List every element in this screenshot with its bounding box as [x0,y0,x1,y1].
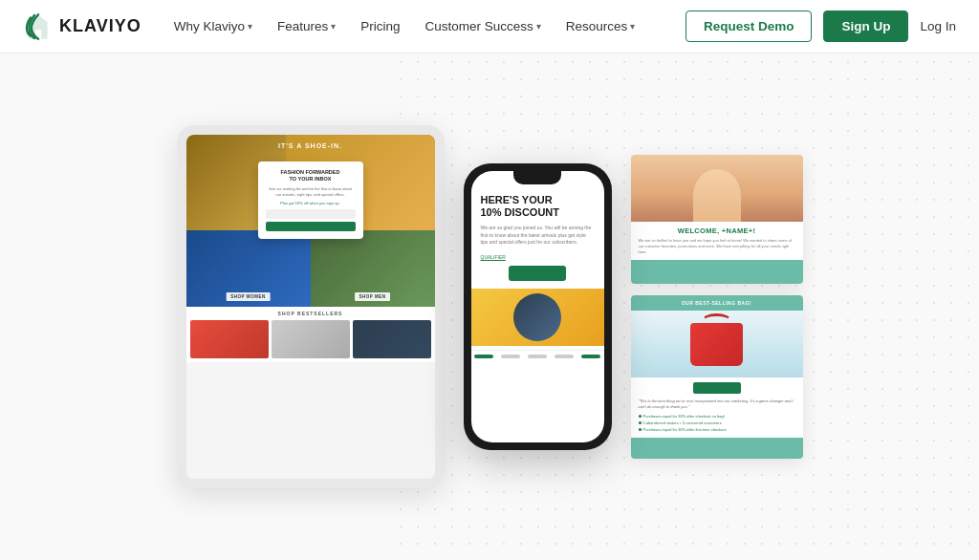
nav-links: Why Klaviyo ▾ Features ▾ Pricing Custome… [164,13,685,39]
card1-body-text: We are so thrilled to have you and we ho… [631,238,803,260]
card2-list-item-1: Purchases equal for 30% after checkout o… [639,414,795,419]
card1-photo [631,155,803,222]
nav-why-klaviyo-label: Why Klaviyo [174,19,245,33]
tablet-product-2 [272,320,350,358]
tablet-product-3 [353,320,431,358]
nav-actions: Request Demo Sign Up Log In [685,11,956,42]
card2-testimonial-quote: "This is the best thing we've ever incor… [631,398,803,414]
nav-customer-success[interactable]: Customer Success ▾ [416,13,551,39]
nav-customer-success-label: Customer Success [425,19,533,33]
card2-list-text-2: 5 abandoned visitors = 5 recovered custo… [643,420,722,425]
email-cards-container: WELCOME, +NAME+! We are so thrilled to h… [631,155,803,459]
bestselling-bag-card: OUR BEST-SELLING BAG! "This is the best … [631,295,803,459]
card1-welcome-title: WELCOME, +NAME+! [631,222,803,238]
tablet-product-grid [190,320,431,358]
card2-list-dot-1 [639,415,642,418]
card2-shop-button [693,382,741,394]
card2-footer [631,438,803,459]
card2-list-item-3: Purchases equal for 30% after first time… [639,427,795,432]
phone-email-qualifier-link: QUALIFIER [481,254,595,260]
card1-person-silhouette [693,169,741,222]
tablet-modal-submit-button [266,222,356,231]
tablet-category-grid: SHOP WOMEN SHOP MEN [186,230,435,307]
phone-email-header: HERE'S YOUR10% DISCOUNT [481,194,595,219]
phone-nav-dot-5 [581,355,600,358]
phone-nav-bar [471,350,604,362]
welcome-email-card: WELCOME, +NAME+! We are so thrilled to h… [631,155,803,284]
tablet-men-label: SHOP MEN [355,292,391,301]
phone-notch [513,171,561,184]
sign-up-button[interactable]: Sign Up [823,11,908,42]
phone-nav-dot-4 [555,355,574,358]
phone-nav-dot-3 [528,355,547,358]
tablet-bestsellers-title: SHOP BESTSELLERS [190,311,431,316]
nav-customer-success-chevron-icon: ▾ [536,21,541,32]
phone-nav-dot-2 [501,355,520,358]
tablet-modal-link: Plus get 10% off when you sign up. [266,201,356,205]
tablet-grid-men: SHOP MEN [311,230,435,307]
card2-list-dot-2 [639,421,642,424]
tablet-women-label: SHOP WOMEN [226,292,271,301]
card2-header: OUR BEST-SELLING BAG! [631,295,803,311]
tablet-device: IT'S A SHOE-IN. FASHION FORWARDEDTO YOUR… [177,125,445,488]
card1-person-photo [631,155,803,222]
tablet-signup-modal: FASHION FORWARDEDTO YOUR INBOX Join our … [258,162,363,239]
tablet-modal-email-input [266,209,356,219]
nav-pricing[interactable]: Pricing [351,13,409,39]
navigation: KLAVIYO Why Klaviyo ▾ Features ▾ Pricing… [0,0,979,54]
main-content: IT'S A SHOE-IN. FASHION FORWARDEDTO YOUR… [0,54,979,560]
nav-pricing-label: Pricing [360,19,400,33]
request-demo-button[interactable]: Request Demo [685,11,813,42]
nav-resources-label: Resources [566,19,628,33]
card2-product-image [631,311,803,377]
tablet-grid-women: SHOP WOMEN [186,230,311,307]
phone-screen: HERE'S YOUR10% DISCOUNT We are so glad y… [471,171,604,442]
phone-shop-now-button [509,266,566,281]
nav-resources-chevron-icon: ▾ [630,21,635,32]
tablet-modal-body: Join our mailing list and be the first t… [266,186,356,197]
card2-benefits-list: Purchases equal for 30% after checkout o… [631,414,803,438]
tablet-screen: IT'S A SHOE-IN. FASHION FORWARDEDTO YOUR… [186,135,435,479]
logo-text: KLAVIYO [59,16,141,36]
nav-features[interactable]: Features ▾ [268,13,345,39]
card1-footer [631,260,803,284]
phone-email-body: We are so glad you joined us. You will b… [481,225,595,247]
nav-features-chevron-icon: ▾ [331,21,336,32]
logo[interactable]: KLAVIYO [23,11,141,42]
phone-product-image [471,289,604,346]
login-button[interactable]: Log In [920,19,956,33]
nav-features-label: Features [277,19,328,33]
nav-why-klaviyo[interactable]: Why Klaviyo ▾ [164,13,262,39]
card2-list-text-3: Purchases equal for 30% after first time… [643,427,727,432]
phone-device: HERE'S YOUR10% DISCOUNT We are so glad y… [464,163,612,450]
card2-bag-image [690,323,743,366]
card2-list-text-1: Purchases equal for 30% after checkout o… [643,414,725,419]
tablet-hero-text: IT'S A SHOE-IN. [278,142,342,149]
card2-list-item-2: 5 abandoned visitors = 5 recovered custo… [639,420,795,425]
devices-showcase: IT'S A SHOE-IN. FASHION FORWARDEDTO YOUR… [158,106,822,507]
phone-product-thumbnail [513,293,561,341]
klaviyo-logo-icon [23,11,54,42]
tablet-modal-title: FASHION FORWARDEDTO YOUR INBOX [266,169,356,183]
nav-resources[interactable]: Resources ▾ [556,13,645,39]
phone-email-content: HERE'S YOUR10% DISCOUNT We are so glad y… [471,184,604,281]
card2-list-dot-3 [639,428,642,431]
nav-why-chevron-icon: ▾ [248,21,252,32]
phone-nav-dot-1 [474,355,493,358]
tablet-product-1 [190,320,269,358]
tablet-bestsellers-section: SHOP BESTSELLERS [186,307,435,362]
